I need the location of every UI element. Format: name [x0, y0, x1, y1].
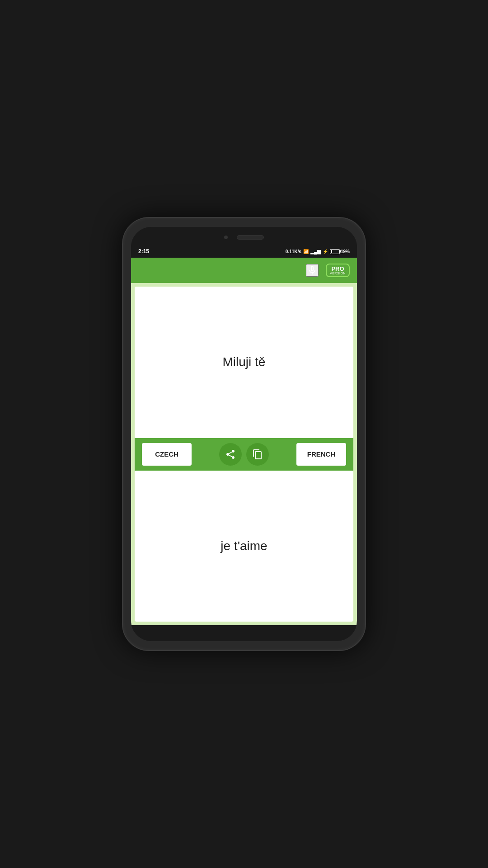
copy-button[interactable]: [246, 443, 269, 466]
microphone-button[interactable]: [306, 264, 319, 277]
camera: [224, 236, 228, 239]
battery-fill: [331, 250, 332, 253]
czech-language-button[interactable]: CZECH: [142, 443, 192, 466]
status-icons: 0.11K/s 📶 ▂▄▆ ⚡ 19%: [286, 249, 350, 254]
translated-text: je t'aime: [211, 530, 276, 562]
lightning-icon: ⚡: [323, 249, 328, 254]
source-text: Miluji tě: [214, 346, 275, 378]
signal-icon: ▂▄▆: [310, 249, 321, 254]
action-buttons-group: [219, 443, 269, 466]
phone-frame: 2:15 0.11K/s 📶 ▂▄▆ ⚡ 19%: [122, 217, 366, 651]
version-label: VERSION: [330, 272, 346, 275]
network-speed: 0.11K/s: [286, 249, 301, 254]
time-display: 2:15: [138, 248, 149, 255]
app-toolbar: PRO VERSION: [131, 258, 357, 283]
main-content: Miluji tě CZECH: [131, 283, 357, 625]
speaker: [237, 235, 264, 240]
battery-container: 19%: [330, 249, 350, 254]
target-translation-card: je t'aime: [135, 471, 353, 622]
share-button[interactable]: [219, 443, 242, 466]
pro-label: PRO: [330, 266, 346, 272]
battery-icon: [330, 249, 340, 254]
french-language-button[interactable]: FRENCH: [296, 443, 346, 466]
status-bar: 2:15 0.11K/s 📶 ▂▄▆ ⚡ 19%: [131, 245, 357, 258]
top-bezel: [131, 227, 357, 245]
action-bar: CZECH FRENCH: [135, 438, 353, 471]
source-translation-card: Miluji tě: [135, 287, 353, 438]
battery-percent: 19%: [341, 249, 350, 254]
phone-inner: 2:15 0.11K/s 📶 ▂▄▆ ⚡ 19%: [131, 227, 357, 641]
wifi-icon: 📶: [303, 249, 309, 254]
pro-version-badge[interactable]: PRO VERSION: [326, 264, 350, 277]
bottom-bezel: [131, 625, 357, 641]
